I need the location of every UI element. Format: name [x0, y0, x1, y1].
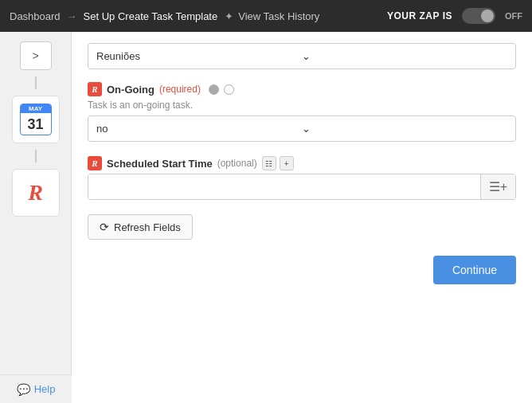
actions-row: Continue: [88, 256, 516, 284]
refresh-icon: ⟳: [100, 221, 109, 233]
list-add-icon: ☰+: [489, 179, 507, 194]
expand-button[interactable]: >: [20, 41, 52, 70]
calendar-day: 31: [21, 113, 51, 135]
input-action-button[interactable]: ☰+: [480, 174, 515, 199]
nav-arrow-1: →: [67, 10, 77, 22]
connector-line: [35, 76, 37, 89]
scheduled-icon-group: ☷ +: [262, 156, 294, 170]
radio-option-1[interactable]: [209, 84, 219, 95]
top-nav: Dashboard → Set Up Create Task Template …: [0, 0, 532, 32]
ongoing-hint: Task is an on-going task.: [88, 100, 516, 111]
scheduled-optional-label: (optional): [217, 158, 257, 169]
sidebar: > MAY 31 R 💬 Help: [0, 32, 72, 403]
calendar-icon: MAY 31: [20, 104, 52, 135]
help-button[interactable]: 💬 Help: [0, 374, 72, 403]
main-content: Reuniões ⌄ R On-Going (required) Task is…: [72, 32, 532, 403]
toggle-off-label: OFF: [505, 11, 522, 21]
r-logo-icon: R: [28, 180, 43, 205]
scheduled-label-row: R Scheduled Start Time (optional) ☷ +: [88, 156, 516, 170]
scheduled-input[interactable]: [88, 174, 480, 199]
scheduled-field-name: Scheduled Start Time: [107, 158, 213, 170]
gear-icon: ✦: [225, 10, 233, 22]
scheduled-section: R Scheduled Start Time (optional) ☷ + ☰+: [88, 156, 516, 200]
scheduled-input-group: ☰+: [88, 174, 516, 200]
refresh-label: Refresh Fields: [114, 221, 181, 233]
add-field-icon[interactable]: +: [280, 156, 294, 170]
toggle-knob: [481, 10, 494, 22]
ongoing-dropdown-arrow-icon: ⌄: [302, 123, 507, 135]
calendar-month: MAY: [21, 104, 51, 113]
nav-setup: Set Up Create Task Template: [84, 10, 218, 22]
main-layout: > MAY 31 R 💬 Help Reuniões ⌄: [0, 32, 532, 403]
radio-option-2[interactable]: [224, 84, 234, 95]
ongoing-label-row: R On-Going (required): [88, 82, 516, 96]
refresh-fields-button[interactable]: ⟳ Refresh Fields: [88, 214, 193, 240]
nav-view-history[interactable]: View Task History: [238, 10, 319, 22]
ongoing-required-label: (required): [159, 84, 201, 95]
continue-button[interactable]: Continue: [433, 256, 516, 284]
ongoing-section: R On-Going (required) Task is an on-goin…: [88, 82, 516, 142]
calendar-picker-icon[interactable]: ☷: [262, 156, 276, 170]
ongoing-value: no: [96, 123, 302, 135]
help-label: Help: [34, 383, 56, 395]
calendar-app-icon[interactable]: MAY 31: [12, 96, 60, 143]
zap-toggle[interactable]: [462, 8, 495, 24]
help-icon: 💬: [17, 383, 30, 396]
ongoing-dropdown[interactable]: no ⌄: [88, 115, 516, 142]
ongoing-field-name: On-Going: [107, 84, 155, 96]
ongoing-r-badge: R: [88, 82, 102, 96]
r-app-icon[interactable]: R: [12, 169, 60, 217]
nav-dashboard[interactable]: Dashboard: [10, 10, 61, 22]
scheduled-r-badge: R: [88, 156, 102, 170]
ongoing-radio-group: [209, 84, 234, 95]
chevron-right-icon: >: [32, 49, 38, 62]
zap-label: YOUR ZAP IS: [387, 10, 452, 22]
dropdown-arrow-icon: ⌄: [302, 50, 507, 62]
connector-line-2: [35, 150, 37, 162]
reunioes-value: Reuniões: [96, 50, 302, 62]
reunioes-dropdown[interactable]: Reuniões ⌄: [88, 43, 516, 69]
